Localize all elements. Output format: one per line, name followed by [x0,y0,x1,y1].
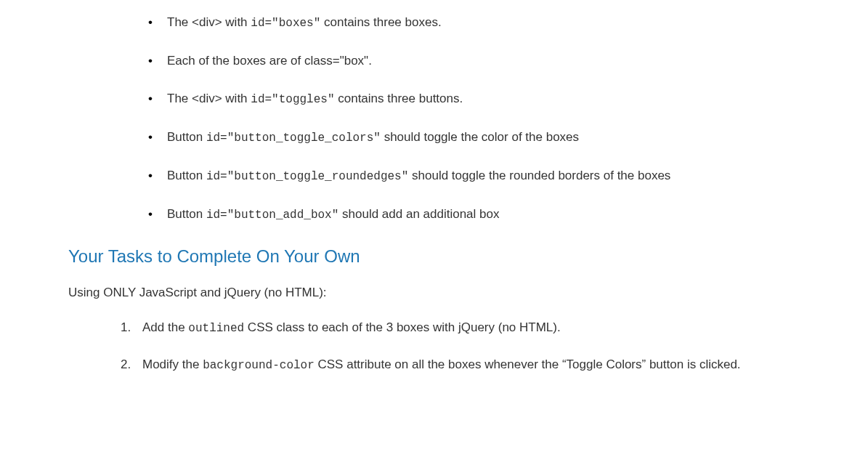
text: Each of the boxes are of class="box". [167,54,372,68]
code: outlined [188,322,244,335]
text: Button [167,130,206,144]
code: background-color [203,359,315,372]
list-item: The <div> with id="boxes" contains three… [148,13,800,33]
section-heading: Your Tasks to Complete On Your Own [68,243,800,270]
code: id="button_add_box" [206,209,338,222]
text: should add an additional box [338,207,499,221]
text: Button [167,207,206,221]
code: id="boxes" [251,17,320,30]
text: Button [167,169,206,182]
text: contains three buttons. [335,92,463,105]
text: should toggle the color of the boxes [381,130,579,144]
code: id="button_toggle_roundedges" [206,170,408,183]
text: CSS class to each of the 3 boxes with jQ… [244,320,561,334]
text: contains three boxes. [320,15,441,29]
text: The <div> with [167,15,251,29]
bullet-list: The <div> with id="boxes" contains three… [68,13,800,224]
list-item: The <div> with id="toggles" contains thr… [148,89,800,109]
list-item: Button id="button_toggle_colors" should … [148,128,800,147]
lead-paragraph: Using ONLY JavaScript and jQuery (no HTM… [68,283,800,302]
text: should toggle the rounded borders of the… [408,169,670,182]
text: Add the [142,320,188,334]
code: id="button_toggle_colors" [206,132,381,145]
document-page: The <div> with id="boxes" contains three… [0,13,868,374]
list-item: Button id="button_toggle_roundedges" sho… [148,166,800,186]
list-item: Each of the boxes are of class="box". [148,52,800,70]
list-item: Modify the background-color CSS attribut… [121,355,800,375]
code: id="toggles" [251,93,334,106]
text: The <div> with [167,92,251,105]
task-list: Add the outlined CSS class to each of th… [68,318,800,375]
text: CSS attribute on all the boxes whenever … [315,357,741,371]
list-item: Add the outlined CSS class to each of th… [121,318,800,338]
text: Modify the [142,357,203,371]
list-item: Button id="button_add_box" should add an… [148,205,800,225]
